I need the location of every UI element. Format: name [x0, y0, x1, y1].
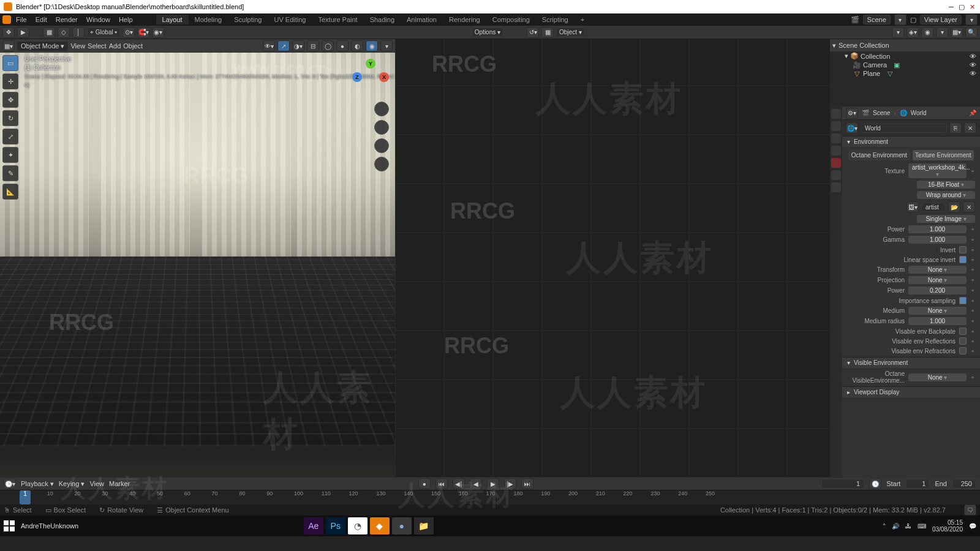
start-button[interactable] — [4, 520, 15, 531]
tl-marker[interactable]: Marker — [109, 480, 130, 487]
taskbar-app-blender[interactable]: ◆ — [370, 517, 390, 534]
scene-breadcrumb[interactable]: Scene — [873, 110, 890, 116]
prop-tab-render[interactable] — [831, 109, 841, 119]
uv-select-sync-icon[interactable]: ↺▾ — [527, 27, 539, 38]
shade-rendered-icon[interactable]: ◉ — [366, 40, 378, 51]
taskbar-app-explorer[interactable]: 📁 — [414, 517, 434, 534]
tool-move[interactable]: ✥ — [2, 92, 18, 108]
shade-options-icon[interactable]: ▾ — [380, 40, 393, 51]
shade-solid-icon[interactable]: ● — [336, 40, 349, 51]
image-name-field[interactable]: artist — [921, 203, 946, 212]
scene-browse-icon[interactable]: ▾ — [894, 14, 907, 25]
snap-edge-icon[interactable]: │ — [72, 27, 85, 38]
medium-dropdown[interactable]: None — [908, 307, 967, 315]
tab-add[interactable]: + — [575, 15, 590, 24]
wrap-dropdown[interactable]: Wrap around — [917, 191, 975, 199]
panel-environment-header[interactable]: ▾ Environment — [842, 136, 980, 147]
viewport-3d-canvas[interactable]: ▭ ✛ ✥ ↻ ⤢ ✦ ✎ 📐 User Perspective (1) Col… — [0, 53, 395, 478]
outliner-item-collection[interactable]: ▾ 📦 Collection 👁 — [830, 51, 980, 61]
status-messages-icon[interactable]: 🗨 — [964, 504, 976, 515]
snap-vertex-icon[interactable]: ◇ — [58, 27, 70, 38]
tool-select-box[interactable]: ▭ — [2, 55, 18, 71]
tool-cursor-icon[interactable]: ✥ — [2, 27, 15, 38]
world-browse-icon[interactable]: 🌐▾ — [846, 122, 858, 133]
snap-grid-icon[interactable]: ▦ — [43, 27, 55, 38]
tray-volume-icon[interactable]: 🔊 — [892, 523, 899, 530]
transform-dropdown[interactable]: None — [908, 266, 967, 274]
close-icon[interactable]: ✕ — [968, 3, 976, 11]
blender-logo-icon[interactable] — [2, 15, 11, 24]
magnet-icon[interactable]: 🧲▾ — [137, 27, 149, 38]
visible-toggle-icon[interactable]: 👁 — [970, 70, 976, 77]
bitdepth-dropdown[interactable]: 16-Bit Float — [917, 181, 975, 189]
tab-octane-env[interactable]: Octane Environment — [848, 150, 910, 160]
orientation-dropdown[interactable]: ⌖ Global ▾ — [87, 28, 120, 37]
refractions-checkbox[interactable] — [959, 347, 967, 354]
image-browse-icon[interactable]: 🖼▾ — [907, 201, 919, 212]
pin-icon[interactable]: 📌 — [969, 110, 976, 116]
invert-checkbox[interactable] — [959, 246, 967, 253]
zoom-icon[interactable] — [374, 102, 389, 116]
tab-sculpting[interactable]: Sculpting — [228, 15, 268, 24]
vis-selectable-icon[interactable]: 👁▾ — [263, 40, 275, 51]
keyframe-next-icon[interactable]: |▶ — [504, 478, 516, 489]
menu-render[interactable]: Render — [52, 15, 81, 24]
axis-y-icon[interactable]: Y — [366, 59, 375, 69]
tool-cursor[interactable]: ✛ — [2, 73, 18, 89]
power2-field[interactable]: 0.200 — [908, 287, 967, 294]
nav-gizmo[interactable]: Y X Z — [352, 59, 389, 96]
prop-tab-object[interactable] — [831, 170, 841, 180]
vmenu-object[interactable]: Object — [123, 42, 143, 50]
pivot-icon[interactable]: ⊙▾ — [123, 27, 135, 38]
tab-texture-env[interactable]: Texture Environment — [913, 150, 974, 160]
tab-compositing[interactable]: Compositing — [486, 15, 536, 24]
minimize-icon[interactable]: ─ — [947, 3, 956, 10]
prop-tab-viewlayer[interactable] — [831, 133, 841, 143]
overlay-toggle-icon[interactable]: ◑▾ — [292, 40, 304, 51]
tab-rendering[interactable]: Rendering — [443, 15, 486, 24]
jump-start-icon[interactable]: ⏮ — [435, 478, 448, 489]
tray-lang-icon[interactable]: ⌨ — [918, 523, 926, 530]
taskbar-app-app5[interactable]: ● — [392, 517, 412, 534]
pan-icon[interactable] — [374, 120, 389, 135]
axis-z-icon[interactable]: Z — [352, 72, 362, 82]
camera-icon[interactable] — [374, 138, 389, 153]
world-newcopy-icon[interactable]: ⎘ — [949, 122, 962, 133]
tool-rotate[interactable]: ↻ — [2, 110, 18, 126]
mode-dropdown[interactable]: Object Mode ▾ — [17, 42, 68, 51]
menu-help[interactable]: Help — [115, 15, 137, 24]
imagesource-dropdown[interactable]: Single Image — [917, 215, 975, 223]
start-frame-field[interactable]: 1 — [905, 479, 930, 489]
props-editor-icon[interactable]: ⚙▾ — [846, 108, 858, 119]
world-breadcrumb[interactable]: World — [911, 110, 927, 116]
menu-edit[interactable]: Edit — [32, 15, 51, 24]
tool-transform[interactable]: ✦ — [2, 147, 18, 163]
tray-network-icon[interactable]: 🖧 — [905, 523, 911, 530]
tab-layout[interactable]: Layout — [156, 15, 189, 24]
texture-dropdown[interactable]: artist_workshop_4k... — [908, 163, 967, 178]
options-dropdown[interactable]: Options ▾ — [472, 28, 503, 37]
proportional-icon[interactable]: ◉▾ — [152, 27, 164, 38]
tab-texturepaint[interactable]: Texture Paint — [312, 15, 363, 24]
preview-range-icon[interactable]: 🕓 — [869, 478, 881, 489]
shade-wire-icon[interactable]: ◯ — [322, 40, 334, 51]
play-rev-icon[interactable]: ◀ — [470, 478, 482, 489]
vmenu-select[interactable]: Select — [88, 42, 107, 50]
timeline-editor-icon[interactable]: 🕒▾ — [4, 478, 16, 489]
tl-keying[interactable]: Keying ▾ — [59, 480, 85, 488]
obj-display-icon[interactable]: ▦ — [541, 27, 554, 38]
prop-tab-modifier[interactable] — [831, 182, 841, 192]
tray-notifications-icon[interactable]: 💬 — [969, 523, 976, 530]
current-frame-field[interactable]: 1 — [821, 479, 864, 489]
tab-animation[interactable]: Animation — [401, 15, 443, 24]
visible-toggle-icon[interactable]: 👁 — [970, 53, 976, 60]
taskbar-date[interactable]: 03/08/2020 — [932, 526, 963, 533]
power-field[interactable]: 1.000 — [908, 225, 967, 233]
mediumradius-field[interactable]: 1.000 — [908, 317, 967, 325]
panel-visibleenv-header[interactable]: ▾ Visible Environment — [842, 357, 980, 368]
vmenu-view[interactable]: View — [70, 42, 85, 50]
filter-b-icon[interactable]: ◈▾ — [907, 27, 919, 38]
tool-measure[interactable]: 📐 — [2, 184, 18, 200]
play-icon[interactable]: ▶ — [17, 27, 29, 38]
impsampling-checkbox[interactable] — [959, 297, 967, 304]
